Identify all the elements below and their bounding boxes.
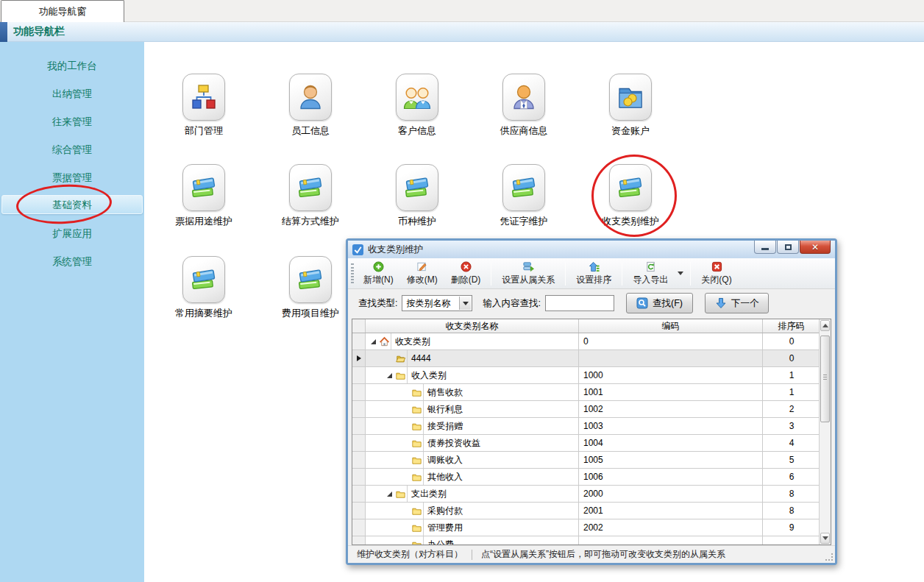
table-row[interactable]: 办公费 (352, 536, 831, 545)
table-row[interactable]: 管理费用 2002 9 (352, 519, 831, 536)
sidebar-item-cashier[interactable]: 出纳管理 (1, 85, 143, 104)
shortcut-label: 票据用途维护 (160, 215, 248, 228)
sidebar-item-basic-data[interactable]: 基础资料 (1, 195, 143, 214)
close-button[interactable]: ✕ (800, 241, 831, 254)
scrollbar-thumb[interactable] (820, 336, 830, 422)
table-row[interactable]: 支出类别 2000 8 (352, 486, 831, 503)
sidebar-item-contacts[interactable]: 往来管理 (1, 113, 143, 132)
folder-icon (410, 438, 423, 449)
table-row[interactable]: 收入类别 1000 1 (352, 367, 831, 384)
sidebar-item-general[interactable]: 综合管理 (1, 141, 143, 160)
status-left: 维护收支类别（对方科目） (357, 548, 463, 561)
table-row[interactable]: 接受捐赠 1003 3 (352, 418, 831, 435)
shortcut-label: 员工信息 (266, 124, 355, 138)
table-row[interactable]: 收支类别 0 0 (352, 333, 831, 350)
sidebar-item-workbench[interactable]: 我的工作台 (1, 57, 143, 76)
header-code[interactable]: 编码 (579, 319, 763, 333)
books-icon (296, 265, 325, 294)
find-button[interactable]: 查找(F) (626, 293, 693, 313)
close-dialog-button[interactable]: 关闭(Q) (694, 260, 738, 288)
table-row[interactable]: 其他收入 1006 6 (352, 469, 831, 486)
dropdown-arrow-button[interactable] (459, 297, 471, 310)
shortcut-customer: 客户信息 (373, 74, 461, 138)
table-row[interactable]: 银行利息 1002 2 (352, 401, 831, 418)
table-row[interactable]: 债券投资收益 1004 4 (352, 435, 831, 452)
resize-grip[interactable] (825, 553, 834, 561)
sidebar-item-bills[interactable]: 票据管理 (1, 168, 143, 188)
search-input[interactable] (545, 295, 614, 311)
sidebar-item-system[interactable]: 系统管理 (1, 252, 143, 272)
status-separator (472, 550, 472, 560)
table-row[interactable]: 销售收款 1001 1 (352, 384, 831, 401)
vertical-scrollbar[interactable] (819, 319, 831, 544)
header-sort[interactable]: 排序码 (763, 319, 820, 333)
shortcut-voucher-word: 凭证字维护 (480, 164, 568, 228)
shortcut-label: 常用摘要维护 (160, 307, 248, 320)
shortcut-label: 币种维护 (373, 215, 461, 228)
employee-icon (296, 82, 325, 112)
shortcut-settlement-method: 结算方式维护 (266, 164, 355, 228)
search-input-label: 输入内容查找: (483, 297, 540, 310)
expand-triangle-icon[interactable] (385, 372, 394, 379)
folder-icon (410, 387, 423, 398)
status-right: 点“设置从属关系”按钮后，即可拖动可改变收支类别的从属关系 (481, 548, 725, 561)
edit-button[interactable]: 修改(M) (400, 260, 444, 288)
top-tab-bar: 功能导航窗 (0, 0, 924, 22)
set-sort-button[interactable]: 设置排序 (569, 260, 618, 288)
table-row[interactable]: 调账收入 1005 5 (352, 452, 831, 469)
import-export-dropdown-caret[interactable] (678, 272, 683, 275)
books-icon (189, 265, 218, 294)
expand-triangle-icon[interactable] (369, 338, 377, 345)
shortcut-expense-item: 费用项目维护 (266, 256, 355, 320)
shortcut-currency: 币种维护 (373, 164, 461, 228)
scroll-down-button[interactable] (820, 533, 830, 544)
tab-function-navigation[interactable]: 功能导航窗 (1, 0, 124, 22)
import-export-button[interactable]: 导入导出 (626, 260, 675, 288)
table-body: 收支类别 0 0 4444 0 (352, 333, 831, 545)
shortcut-bill-purpose: 票据用途维护 (160, 164, 248, 228)
table-row[interactable]: 采购付款 2001 8 (352, 503, 831, 519)
search-type-dropdown[interactable]: 按类别名称 (402, 295, 472, 311)
folder-icon (410, 455, 423, 466)
close-icon: ✕ (811, 243, 819, 252)
add-button[interactable]: 新增(N) (357, 260, 400, 288)
shortcut-label: 收支类别维护 (586, 215, 675, 228)
org-chart-icon (189, 82, 218, 112)
nav-header-title: 功能导航栏 (13, 25, 65, 38)
maximize-icon (785, 244, 792, 250)
maximize-button[interactable] (777, 241, 799, 254)
books-icon (616, 173, 645, 202)
folder-icon (410, 472, 423, 483)
scroll-up-button[interactable] (820, 320, 830, 331)
shortcut-label: 资金账户 (586, 124, 675, 138)
dialog-titlebar[interactable]: 收支类别维护 ✕ (348, 241, 835, 258)
toolbar-grip[interactable] (351, 263, 354, 283)
shortcut-label: 客户信息 (373, 124, 461, 138)
next-button[interactable]: 下一个 (705, 293, 770, 313)
open-folder-icon (394, 353, 407, 364)
shortcut-common-summary: 常用摘要维护 (160, 256, 248, 320)
row-pointer-icon (352, 350, 366, 366)
arrow-down-icon (715, 297, 727, 309)
toolbar-separator (690, 262, 691, 285)
minimize-icon (761, 248, 769, 250)
table-header: 收支类别名称 编码 排序码 (352, 319, 831, 333)
chevron-down-icon (463, 302, 469, 305)
books-icon (296, 173, 325, 202)
sidebar-item-extensions[interactable]: 扩展应用 (1, 224, 143, 244)
table-row-selected[interactable]: 4444 0 (352, 350, 831, 367)
find-icon (636, 297, 648, 309)
shortcut-fund-account: 资金账户 (586, 74, 675, 138)
set-hierarchy-button[interactable]: 设置从属关系 (495, 260, 561, 288)
header-name[interactable]: 收支类别名称 (366, 319, 579, 333)
shortcut-label: 部门管理 (160, 124, 248, 138)
delete-button[interactable]: 删除(D) (444, 260, 488, 288)
shortcut-label: 结算方式维护 (266, 215, 355, 228)
toolbar-separator (565, 262, 566, 285)
minimize-button[interactable] (754, 241, 776, 254)
hierarchy-icon (522, 261, 535, 272)
edit-icon (416, 261, 428, 272)
expand-triangle-icon[interactable] (385, 491, 394, 497)
dialog-income-expense-category: 收支类别维护 ✕ 新增(N) 修改(M) 删除(D) 设置从属关系 设置排序 (346, 238, 837, 565)
arrow-up-icon (822, 324, 828, 327)
